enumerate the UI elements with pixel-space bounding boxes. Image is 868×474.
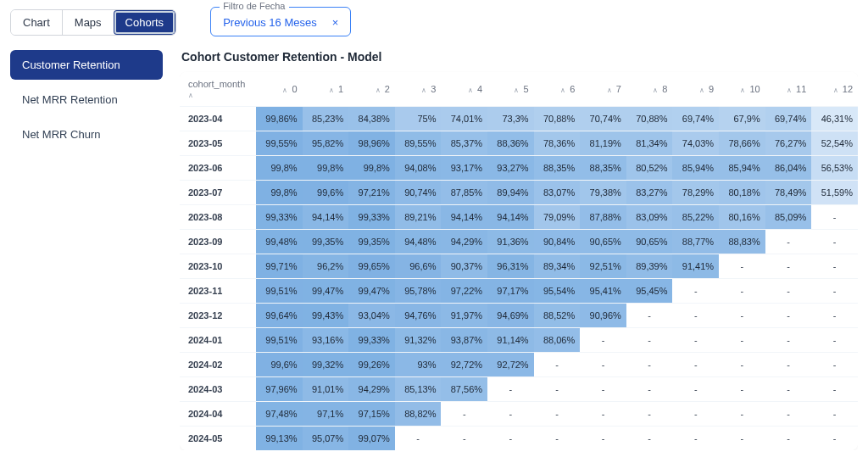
sidebar-item-net-mrr-retention[interactable]: Net MRR Retention: [10, 85, 163, 114]
retention-cell: 90,65%: [626, 230, 673, 254]
retention-cell: -: [811, 205, 858, 230]
column-header-cohort-month[interactable]: cohort_month ∧: [180, 72, 256, 107]
retention-cell: 99,65%: [348, 254, 395, 279]
retention-cell: 93,17%: [441, 156, 487, 181]
sort-icon: ∧: [787, 86, 792, 94]
retention-cell: 94,08%: [395, 156, 442, 181]
retention-cell: 99,55%: [256, 131, 303, 156]
retention-cell: 91,01%: [303, 377, 349, 402]
sort-icon: ∧: [514, 86, 519, 94]
retention-cell: 99,35%: [348, 230, 395, 254]
retention-cell: -: [534, 402, 581, 427]
cohort-month-cell: 2024-05: [180, 427, 256, 451]
column-header-1[interactable]: ∧ 1: [303, 72, 349, 107]
retention-cell: 99,33%: [256, 205, 303, 230]
column-header-5[interactable]: ∧ 5: [487, 72, 534, 107]
retention-cell: 99,48%: [256, 230, 303, 254]
column-header-0[interactable]: ∧ 0: [256, 72, 303, 107]
date-filter-chip[interactable]: Filtro de Fecha Previous 16 Meses ×: [210, 7, 351, 36]
column-header-2[interactable]: ∧ 2: [348, 72, 395, 107]
column-header-6[interactable]: ∧ 6: [534, 72, 581, 107]
retention-cell: 87,85%: [441, 181, 487, 205]
retention-cell: 69,74%: [765, 107, 812, 131]
cohort-month-cell: 2023-12: [180, 304, 256, 328]
retention-cell: 99,33%: [348, 205, 395, 230]
retention-cell: 79,09%: [534, 205, 581, 230]
column-header-4[interactable]: ∧ 4: [441, 72, 487, 107]
cohort-month-cell: 2023-07: [180, 181, 256, 205]
sidebar-item-net-mrr-churn[interactable]: Net MRR Churn: [10, 120, 163, 149]
retention-cell: 90,65%: [580, 230, 626, 254]
retention-cell: 85,94%: [719, 156, 765, 181]
sort-icon: ∧: [376, 86, 381, 94]
retention-cell: 99,86%: [256, 107, 303, 131]
retention-cell: 90,74%: [395, 181, 442, 205]
retention-cell: 76,27%: [765, 131, 812, 156]
retention-cell: 89,34%: [534, 254, 581, 279]
retention-cell: -: [534, 377, 581, 402]
retention-cell: 99,6%: [303, 181, 349, 205]
retention-cell: 80,18%: [719, 181, 765, 205]
retention-cell: 78,49%: [765, 181, 812, 205]
retention-cell: 69,74%: [672, 107, 719, 131]
retention-cell: 91,32%: [395, 328, 442, 353]
retention-cell: 99,47%: [303, 279, 349, 304]
retention-cell: 91,97%: [441, 304, 487, 328]
column-header-9[interactable]: ∧ 9: [672, 72, 719, 107]
table-row: 2024-0299,6%99,32%99,26%93%92,72%92,72%-…: [180, 353, 858, 377]
retention-cell: 99,13%: [256, 427, 303, 451]
cohort-month-cell: 2023-10: [180, 254, 256, 279]
retention-cell: -: [719, 279, 765, 304]
retention-cell: 99,8%: [303, 156, 349, 181]
retention-cell: 56,53%: [811, 156, 858, 181]
cohort-month-cell: 2023-08: [180, 205, 256, 230]
tab-cohorts[interactable]: Cohorts: [114, 10, 176, 35]
retention-cell: 99,26%: [348, 353, 395, 377]
table-row: 2023-0499,86%85,23%84,38%75%74,01%73,3%7…: [180, 107, 858, 131]
column-header-12[interactable]: ∧ 12: [811, 72, 858, 107]
retention-cell: 88,06%: [534, 328, 581, 353]
retention-cell: 94,29%: [348, 377, 395, 402]
retention-cell: 92,51%: [580, 254, 626, 279]
retention-cell: 70,88%: [534, 107, 581, 131]
retention-cell: 93,04%: [348, 304, 395, 328]
retention-cell: -: [811, 328, 858, 353]
table-row: 2023-0599,55%95,82%98,96%89,55%85,37%88,…: [180, 131, 858, 156]
cohort-month-cell: 2023-05: [180, 131, 256, 156]
retention-cell: 79,38%: [580, 181, 626, 205]
table-row: 2023-1199,51%99,47%99,47%95,78%97,22%97,…: [180, 279, 858, 304]
retention-cell: 73,3%: [487, 107, 534, 131]
retention-cell: 99,6%: [256, 353, 303, 377]
mode-tab-group: Chart Maps Cohorts: [10, 9, 176, 36]
column-header-11[interactable]: ∧ 11: [765, 72, 812, 107]
retention-cell: 67,9%: [719, 107, 765, 131]
retention-cell: 85,37%: [441, 131, 487, 156]
retention-cell: 88,35%: [534, 156, 581, 181]
retention-cell: 78,29%: [672, 181, 719, 205]
sort-icon: ∧: [740, 86, 745, 94]
retention-cell: -: [765, 377, 812, 402]
retention-cell: -: [626, 427, 673, 451]
retention-cell: 52,54%: [811, 131, 858, 156]
column-header-7[interactable]: ∧ 7: [580, 72, 626, 107]
retention-cell: 89,21%: [395, 205, 442, 230]
retention-cell: -: [811, 402, 858, 427]
sidebar-item-customer-retention[interactable]: Customer Retention: [10, 50, 163, 80]
retention-cell: 86,04%: [765, 156, 812, 181]
retention-cell: 92,72%: [487, 353, 534, 377]
column-header-10[interactable]: ∧ 10: [719, 72, 765, 107]
retention-cell: 87,88%: [580, 205, 626, 230]
retention-cell: -: [580, 402, 626, 427]
retention-cell: -: [672, 328, 719, 353]
retention-cell: 88,35%: [580, 156, 626, 181]
retention-cell: 99,8%: [348, 156, 395, 181]
retention-cell: 46,31%: [811, 107, 858, 131]
tab-maps[interactable]: Maps: [62, 10, 114, 35]
retention-cell: -: [626, 377, 673, 402]
retention-cell: 99,35%: [303, 230, 349, 254]
column-header-3[interactable]: ∧ 3: [395, 72, 442, 107]
tab-chart[interactable]: Chart: [11, 10, 62, 35]
column-header-8[interactable]: ∧ 8: [626, 72, 673, 107]
close-icon[interactable]: ×: [332, 16, 339, 29]
retention-cell: -: [765, 328, 812, 353]
